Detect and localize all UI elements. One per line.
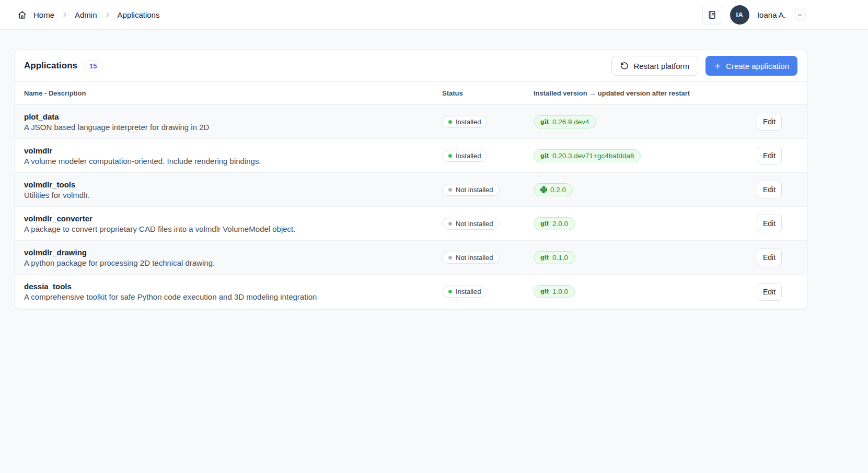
table-row: dessia_tools A comprehensive toolkit for… [15,275,807,309]
version-cell: git 0.20.3.dev71+gc4bafdda6 [534,149,757,162]
version-value: 0.20.3.dev71+gc4bafdda6 [552,152,634,160]
card-header: Applications 15 Restart platform Create … [15,50,807,81]
status-badge-label: Not installed [456,254,493,262]
app-description: A python package for processing 2D techn… [24,258,432,267]
applications-card: Applications 15 Restart platform Create … [15,50,807,309]
restart-platform-label: Restart platform [633,62,689,70]
status-badge-label: Installed [456,152,481,160]
status-badge: Installed [442,286,487,298]
version-cell: git 0.26.9.dev4 [534,115,757,128]
status-dot [448,188,452,192]
app-name: dessia_tools [24,282,432,291]
applications-count-badge: 15 [83,60,103,72]
status-badge-label: Installed [456,288,481,295]
navbar-actions: IA Ioana A. [702,5,806,25]
status-badge-label: Installed [456,118,481,126]
column-header-status: Status [442,89,534,97]
create-application-label: Create application [726,62,789,70]
app-name: volmdlr_converter [24,214,432,223]
version-cell: 0.2.0 [534,183,757,196]
docs-button[interactable] [702,5,722,25]
chevron-down-icon [797,12,803,18]
table-row: volmdlr_drawing A python package for pro… [15,241,807,275]
table-row: volmdlr_tools Utilities for volmdlr. Not… [15,173,807,207]
name-description-cell: plot_data A JSON based language interpre… [24,112,442,132]
column-header-version: Installed version → updated version afte… [534,89,757,97]
app-description: A volume modeler computation-oriented. I… [24,157,432,165]
version-cell: git 0.1.0 [534,251,757,264]
top-navbar: Home Admin Applications IA Ioana A. [0,0,868,30]
column-header-name: Name - Description [24,89,442,97]
edit-button[interactable]: Edit [757,147,782,164]
version-badge: git 1.0.0 [534,285,575,298]
version-cell: git 2.0.0 [534,217,757,230]
status-cell: Not installed [442,184,534,196]
actions-cell: Edit [757,249,807,266]
name-description-cell: dessia_tools A comprehensive toolkit for… [24,282,442,301]
restart-platform-button[interactable]: Restart platform [611,56,698,76]
table-body: plot_data A JSON based language interpre… [15,105,807,309]
rotate-ccw-icon [620,62,629,70]
chevron-right-icon [104,11,111,18]
status-badge-label: Not installed [456,186,493,194]
status-dot [448,154,452,158]
table-row: volmdlr A volume modeler computation-ori… [15,139,807,173]
edit-button[interactable]: Edit [757,181,782,198]
plus-icon [714,62,722,70]
version-cell: git 1.0.0 [534,285,757,298]
name-description-cell: volmdlr_converter A package to convert p… [24,214,442,233]
status-cell: Installed [442,286,534,298]
app-description: Utilities for volmdlr. [24,191,432,199]
actions-cell: Edit [757,147,807,164]
table-header: Name - Description Status Installed vers… [15,81,807,105]
version-badge: git 0.26.9.dev4 [534,115,596,128]
user-name: Ioana A. [757,10,786,19]
git-icon: git [540,289,549,294]
breadcrumb-item-home[interactable]: Home [33,10,54,19]
version-value: 0.1.0 [552,254,568,262]
app-name: volmdlr_drawing [24,248,432,257]
breadcrumb-item-applications[interactable]: Applications [118,10,160,19]
version-value: 1.0.0 [552,288,568,295]
home-icon[interactable] [18,10,27,19]
version-value: 0.2.0 [550,186,566,194]
edit-button[interactable]: Edit [757,113,782,131]
status-cell: Not installed [442,252,534,264]
chevron-right-icon [61,11,68,18]
edit-button[interactable]: Edit [757,249,782,266]
status-dot [448,222,452,226]
actions-cell: Edit [757,113,807,131]
main-content: Applications 15 Restart platform Create … [0,30,868,309]
breadcrumb-item-admin[interactable]: Admin [75,10,97,19]
table-row: plot_data A JSON based language interpre… [15,105,807,139]
avatar[interactable]: IA [730,5,749,25]
page-title: Applications [24,61,77,71]
version-value: 0.26.9.dev4 [552,118,589,126]
app-name: plot_data [24,112,432,121]
name-description-cell: volmdlr A volume modeler computation-ori… [24,146,442,165]
git-icon: git [540,119,549,125]
name-description-cell: volmdlr_tools Utilities for volmdlr. [24,180,442,199]
edit-button[interactable]: Edit [757,215,782,232]
git-icon: git [540,153,549,159]
git-icon: git [540,255,549,261]
create-application-button[interactable]: Create application [705,56,797,76]
version-badge: git 0.1.0 [534,251,575,264]
name-description-cell: volmdlr_drawing A python package for pro… [24,248,442,267]
status-badge: Installed [442,150,487,162]
app-description: A JSON based language interpreter for dr… [24,123,432,132]
python-icon [540,186,547,193]
status-dot [448,120,452,124]
status-dot [448,290,452,293]
status-badge: Not installed [442,218,500,230]
app-description: A package to convert proprietary CAD fil… [24,224,432,233]
app-name: volmdlr_tools [24,180,432,189]
user-menu-button[interactable] [794,9,806,21]
status-dot [448,256,452,259]
edit-button[interactable]: Edit [757,283,782,301]
app-name: volmdlr [24,146,432,155]
status-cell: Not installed [442,218,534,230]
breadcrumb: Home Admin Applications [18,10,159,19]
table-row: volmdlr_converter A package to convert p… [15,207,807,241]
actions-cell: Edit [757,215,807,232]
